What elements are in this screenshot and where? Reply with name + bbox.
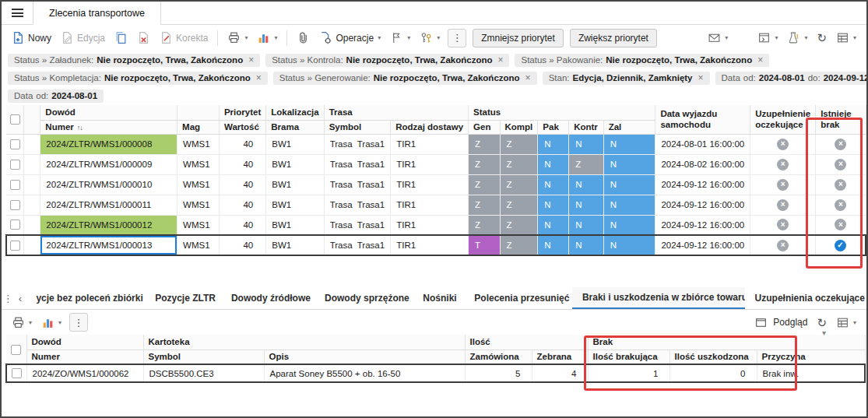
tab-polecenia-przesuniec[interactable]: Polecenia przesunięć — [464, 287, 572, 309]
filter-chip-data-range[interactable]: Dataod:2024-08-01do:2024-09-12 — [715, 72, 868, 85]
close-icon[interactable]: × — [256, 73, 262, 83]
flag-button[interactable]: ▾ — [386, 29, 414, 47]
column-header-kontr[interactable]: Kontr — [569, 120, 604, 134]
filter-chip-pakowanie[interactable]: Status » Pakowanie:Nie rozpoczęto, Trwa,… — [515, 54, 769, 67]
column-header-zebrana[interactable]: Zebrana — [532, 350, 588, 364]
filter-chip-data-od[interactable]: Dataod:2024-08-01 — [8, 90, 104, 103]
table-row-selected[interactable]: 2024/ZLTR/WMS1/000013 WMS1 40 BW1 Trasa … — [6, 235, 866, 255]
bottom-print-button[interactable]: ▾ — [8, 314, 36, 332]
filter-row: Status » Załadunek:Nie rozpoczęto, Trwa,… — [2, 51, 866, 69]
tab-braki-i-uszkodzenia[interactable]: Braki i uszkodzenia w zbiórce towaru — [572, 287, 745, 309]
table-row[interactable]: 2024/ZLTR/WMS1/000011 WMS1 40 BW1 Trasa … — [6, 195, 866, 215]
row-checkbox[interactable] — [10, 241, 20, 251]
panel-handle-icon[interactable]: ⋮ — [2, 287, 15, 309]
column-header-ilosc-uszkodzona[interactable]: Ilość uszkodzona — [669, 350, 757, 364]
send-message-button[interactable]: ▾ — [704, 29, 732, 47]
scroll-left-icon[interactable]: ‹ — [15, 287, 26, 309]
close-icon[interactable]: × — [698, 73, 704, 83]
row-checkbox[interactable] — [10, 139, 20, 149]
bottom-grid-settings-button[interactable]: ▾ — [832, 314, 860, 332]
numer-cell: 2024/ZLTR/WMS1/000009 — [40, 154, 177, 174]
bottom-more-button[interactable]: ⋮ — [69, 313, 88, 332]
grid-settings-button[interactable]: ▾ — [832, 29, 860, 47]
tab-uzupelnienia-oczekujace[interactable]: Uzupełnienia oczekujące — [745, 287, 866, 309]
status-zal-cell: N — [603, 174, 655, 195]
tab-nosniki[interactable]: Nośniki — [413, 287, 464, 309]
korekta-button[interactable]: Korekta — [156, 29, 212, 47]
table-row-selected[interactable]: 2024/ZO/WMS1/000062 DSCB5500.CE3 Aparat … — [6, 364, 865, 382]
chart-button[interactable]: ▾ — [253, 29, 281, 47]
select-all-checkbox[interactable] — [11, 345, 21, 355]
column-header-zal[interactable]: Zal — [603, 120, 655, 134]
close-icon[interactable]: × — [757, 55, 763, 65]
operations-button[interactable]: Operacje ▾ — [315, 29, 385, 47]
new-button[interactable]: Nowy — [8, 29, 55, 47]
column-header-rodzaj-dostawy[interactable]: Rodzaj dostawy — [391, 120, 469, 134]
tab-pozycje-bez-polecen-zbiorki[interactable]: ycje bez poleceń zbiórki — [26, 287, 145, 309]
new-button-label: Nowy — [28, 33, 51, 44]
table-row[interactable]: 2024/ZLTR/WMS1/000009 WMS1 40 BW1 Trasa … — [6, 154, 866, 174]
keys-button[interactable]: ▾ — [416, 29, 444, 47]
column-header-zamowiona[interactable]: Zamówiona — [465, 350, 532, 364]
decrease-priority-button[interactable]: Zmniejsz priorytet — [473, 29, 564, 47]
table-row[interactable]: 2024/ZLTR/WMS1/000012 WMS1 40 BW1 Trasa … — [6, 215, 866, 235]
window-layout-button[interactable]: ▾ — [754, 29, 782, 47]
status-gen-cell: Z — [469, 195, 500, 215]
tab-dowody-zrodlowe[interactable]: Dowody źródłowe — [221, 287, 315, 309]
column-header-przyczyna[interactable]: Przyczyna — [757, 350, 865, 364]
tab-dowody-sprzezone[interactable]: Dowody sprzężone — [315, 287, 413, 309]
more-button[interactable]: ⋮ — [448, 29, 466, 47]
column-header-wartosc[interactable]: Wartość — [219, 120, 265, 134]
close-icon[interactable]: × — [525, 73, 531, 83]
menu-button[interactable] — [2, 2, 33, 24]
select-all-checkbox[interactable] — [10, 114, 20, 125]
column-header-symbol[interactable]: Symbol — [324, 120, 391, 134]
column-header-kompl[interactable]: Kompl — [500, 120, 538, 134]
increase-priority-button[interactable]: Zwiększ priorytet — [570, 29, 657, 47]
column-header-mag[interactable]: Mag — [177, 120, 220, 134]
close-icon[interactable]: × — [497, 55, 503, 65]
filter-value: Nie rozpoczęto, Trwa, Zakończono — [374, 73, 520, 83]
filter-chip-generowanie[interactable]: Status » Generowanie:Nie rozpoczęto, Trw… — [273, 72, 537, 85]
alerts-settings-button[interactable]: ! ▾ — [783, 29, 811, 47]
row-checkbox[interactable] — [12, 368, 22, 378]
filter-chip-zaladunek[interactable]: Status » Załadunek:Nie rozpoczęto, Trwa,… — [8, 54, 260, 67]
filter-chip-kompletacja[interactable]: Status » Kompletacja:Nie rozpoczęto, Trw… — [8, 72, 268, 85]
attachments-button[interactable] — [293, 29, 314, 47]
row-checkbox[interactable] — [10, 220, 20, 230]
column-header-symbol[interactable]: Symbol — [143, 350, 264, 364]
table-row[interactable]: 2024/ZLTR/WMS1/000008 WMS1 40 BW1 Trasa … — [6, 134, 866, 154]
refresh-button[interactable]: ↻ — [813, 30, 831, 46]
row-checkbox[interactable] — [10, 180, 20, 190]
print-button[interactable]: ▾ — [223, 29, 251, 47]
preview-button[interactable]: Podgląd — [750, 314, 811, 332]
select-all-header — [6, 335, 26, 364]
edit-button[interactable]: Edycja — [57, 29, 109, 47]
filter-chip-stan[interactable]: Stan:Edycja, Dziennik, Zamknięty× — [543, 72, 710, 85]
close-icon[interactable]: × — [248, 55, 254, 65]
table-row[interactable]: 2024/ZLTR/WMS1/000010 WMS1 40 BW1 Trasa … — [6, 174, 866, 195]
collapse-panel-icon[interactable]: ▾ — [822, 328, 826, 337]
tab-zlecenia-transportowe[interactable]: Zlecenia transportowe — [33, 2, 161, 25]
istnieje-brak-cell — [816, 154, 866, 174]
column-header-numer[interactable]: Numer — [26, 350, 143, 364]
column-header-uzupelnienie[interactable]: Uzupełnienieoczekujące — [750, 105, 816, 134]
row-checkbox[interactable] — [10, 200, 20, 210]
window-icon — [757, 31, 771, 44]
column-header-pak[interactable]: Pak — [538, 120, 569, 134]
tab-pozycje-zltr[interactable]: Pozycje ZLTR — [145, 287, 221, 309]
bottom-chart-button[interactable]: ▾ — [37, 314, 65, 332]
column-header-data-wyjazdu[interactable]: Data wyjazdusamochodu — [655, 105, 750, 134]
column-header-ilosc-brakujaca[interactable]: Ilość brakująca — [588, 350, 669, 364]
column-header-opis[interactable]: Opis — [264, 350, 465, 364]
row-checkbox[interactable] — [10, 160, 20, 170]
sort-icon[interactable]: ↑↓ — [77, 124, 83, 132]
column-header-brama[interactable]: Brama — [266, 120, 324, 134]
column-header-numer[interactable]: Numer↑↓ — [40, 120, 177, 134]
column-header-gen[interactable]: Gen — [469, 120, 500, 134]
delete-document-button[interactable] — [133, 29, 154, 47]
column-header-istnieje-brak[interactable]: Istniejebrak — [816, 105, 866, 134]
filter-chip-kontrola[interactable]: Status » Kontrola:Nie rozpoczęto, Trwa, … — [265, 54, 509, 67]
copy-document-button[interactable] — [111, 29, 132, 47]
refresh-icon: ↻ — [817, 317, 827, 328]
